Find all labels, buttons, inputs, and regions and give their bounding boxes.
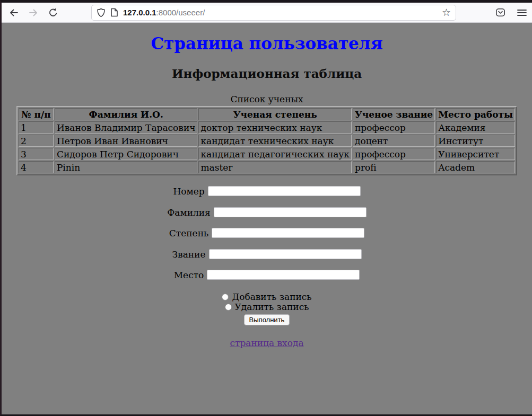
menu-hamburger-icon[interactable] bbox=[517, 9, 527, 16]
cell-degree: кандидат технических наук bbox=[198, 135, 352, 147]
back-button[interactable] bbox=[8, 7, 20, 19]
cell-name: Сидоров Петр Сидорович bbox=[55, 148, 198, 160]
cell-name: Иванов Владимир Тарасович bbox=[55, 121, 198, 134]
shield-icon[interactable] bbox=[97, 8, 106, 17]
form-line-place: Место bbox=[2, 269, 532, 280]
rank-label: Звание bbox=[172, 249, 205, 259]
radio-line-add: Добавить запись bbox=[2, 292, 532, 302]
cell-rank: профессор bbox=[353, 121, 435, 134]
login-link-row: страница входа bbox=[2, 338, 532, 348]
page-content: Страница пользователя Информационная таб… bbox=[2, 34, 532, 348]
cell-degree: доктор технических наук bbox=[198, 121, 352, 134]
col-header-name: Фамилия И.О. bbox=[55, 108, 198, 120]
cell-workplace: Университет bbox=[436, 148, 515, 160]
cell-degree: master bbox=[198, 161, 352, 173]
add-record-radio[interactable] bbox=[222, 294, 229, 300]
cell-number: 2 bbox=[19, 135, 54, 147]
cell-name: Pinin bbox=[55, 161, 198, 173]
cell-workplace: Academ bbox=[436, 161, 515, 173]
cell-degree: кандидат педагогических наук bbox=[198, 148, 352, 160]
url-host: 127.0.0.1 bbox=[123, 8, 156, 17]
number-input[interactable] bbox=[208, 186, 361, 196]
table-header-row: № п/п Фамилия И.О. Ученая степень Ученое… bbox=[19, 108, 515, 120]
cell-number: 4 bbox=[19, 161, 54, 173]
browser-window: 127.0.0.1:8000/useeer/ ☆ Страница пользо… bbox=[0, 0, 532, 416]
page-title: Страница пользователя bbox=[2, 34, 532, 53]
col-header-number: № п/п bbox=[19, 108, 54, 120]
cell-rank: профессор bbox=[353, 148, 435, 160]
forward-arrow-icon bbox=[28, 7, 39, 18]
col-header-degree: Ученая степень bbox=[198, 108, 352, 120]
submit-row: Выполнить bbox=[2, 314, 532, 325]
cell-rank: profi bbox=[353, 161, 435, 173]
number-label: Номер bbox=[173, 186, 204, 197]
table-row: 1 Иванов Владимир Тарасович доктор техни… bbox=[19, 121, 515, 134]
delete-record-radio[interactable] bbox=[225, 304, 232, 311]
toolbar-right-icons bbox=[484, 7, 527, 17]
table-row: 3 Сидоров Петр Сидорович кандидат педаго… bbox=[19, 148, 515, 160]
degree-input[interactable] bbox=[212, 228, 364, 238]
browser-toolbar: 127.0.0.1:8000/useeer/ ☆ bbox=[2, 3, 532, 23]
add-record-label: Добавить запись bbox=[232, 291, 311, 302]
cell-workplace: Академия bbox=[436, 121, 515, 134]
surname-input[interactable] bbox=[214, 207, 367, 217]
table-caption: Список ученых bbox=[2, 94, 532, 104]
form-line-degree: Степень bbox=[2, 227, 532, 238]
bookmark-star-icon[interactable]: ☆ bbox=[442, 7, 451, 17]
scientists-table: № п/п Фамилия И.О. Ученая степень Ученое… bbox=[16, 106, 517, 175]
delete-record-label: Удалить запись bbox=[235, 302, 309, 312]
reload-button[interactable] bbox=[47, 7, 59, 19]
cell-number: 3 bbox=[19, 148, 54, 160]
forward-button[interactable] bbox=[28, 7, 39, 19]
radio-line-delete: Удалить запись bbox=[2, 302, 532, 312]
reload-icon bbox=[48, 7, 58, 18]
col-header-rank: Ученое звание bbox=[353, 108, 435, 120]
form-line-number: Номер bbox=[2, 185, 532, 197]
cell-name: Петров Иван Иванович bbox=[55, 135, 198, 147]
url-path: :8000/useeer/ bbox=[156, 8, 205, 17]
page-subtitle: Информационная таблица bbox=[2, 66, 532, 81]
form-line-rank: Звание bbox=[2, 248, 532, 260]
place-label: Место bbox=[174, 270, 204, 280]
record-form: Номер Фамилия Степень Звание Место Добав… bbox=[2, 185, 532, 325]
cell-rank: доцент bbox=[353, 135, 435, 147]
table-row: 4 Pinin master profi Academ bbox=[19, 161, 515, 173]
action-radio-group: Добавить запись Удалить запись bbox=[2, 292, 532, 312]
url-bar[interactable]: 127.0.0.1:8000/useeer/ ☆ bbox=[91, 5, 456, 21]
surname-label: Фамилия bbox=[167, 207, 211, 217]
cell-number: 1 bbox=[19, 121, 54, 134]
form-line-surname: Фамилия bbox=[2, 206, 532, 218]
page-info-icon[interactable] bbox=[110, 8, 118, 17]
execute-button[interactable]: Выполнить bbox=[244, 314, 290, 325]
login-page-link[interactable]: страница входа bbox=[230, 338, 303, 348]
place-input[interactable] bbox=[207, 270, 360, 280]
pocket-icon[interactable] bbox=[495, 7, 505, 17]
table-row: 2 Петров Иван Иванович кандидат техничес… bbox=[19, 135, 515, 147]
rank-input[interactable] bbox=[209, 249, 362, 259]
url-text[interactable]: 127.0.0.1:8000/useeer/ bbox=[123, 8, 205, 17]
cell-workplace: Институт bbox=[436, 135, 515, 147]
degree-label: Степень bbox=[169, 228, 208, 238]
back-arrow-icon bbox=[8, 7, 19, 18]
col-header-workplace: Место работы bbox=[436, 108, 515, 120]
